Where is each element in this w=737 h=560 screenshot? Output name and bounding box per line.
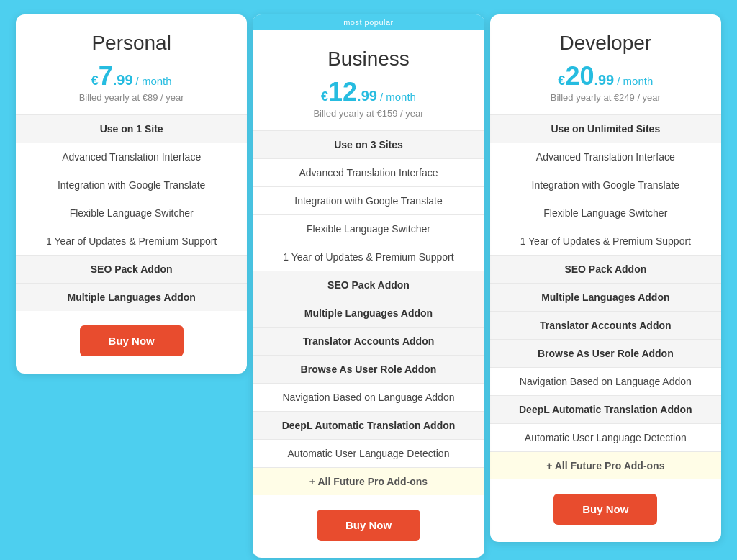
feature-text: Browse As User Role Addon [253, 356, 484, 384]
feature-row: + All Future Pro Add-ons [253, 468, 484, 496]
plan-card-business: most popular Business € 12 .99 / month B… [253, 14, 484, 558]
feature-row: SEO Pack Addon [490, 256, 721, 284]
feature-row: Multiple Languages Addon [16, 284, 247, 312]
price-amount: 7 [99, 63, 113, 89]
price-yearly: Billed yearly at €89 / year [30, 92, 232, 103]
feature-row: Flexible Language Switcher [490, 199, 721, 227]
feature-row: Use on Unlimited Sites [490, 115, 721, 143]
feature-row: Use on 3 Sites [253, 131, 484, 159]
feature-row: Automatic User Language Detection [490, 424, 721, 452]
feature-text: 1 Year of Updates & Premium Support [16, 227, 247, 256]
plan-footer: Buy Now [253, 495, 484, 558]
feature-text: Integration with Google Translate [490, 171, 721, 199]
pricing-container: Personal € 7 .99 / month Billed yearly a… [16, 14, 721, 558]
feature-text: Use on 3 Sites [253, 131, 484, 159]
feature-row: Advanced Translation Interface [490, 143, 721, 171]
feature-row: Browse As User Role Addon [490, 340, 721, 368]
feature-text: Integration with Google Translate [253, 187, 484, 215]
price-currency: € [91, 73, 99, 89]
price-currency: € [558, 73, 565, 89]
plan-card-developer: Developer € 20 .99 / month Billed yearly… [490, 14, 721, 542]
price-amount: 20 [565, 63, 594, 89]
features-list: Use on Unlimited Sites Advanced Translat… [490, 114, 721, 479]
feature-text: Multiple Languages Addon [16, 284, 247, 312]
feature-text: SEO Pack Addon [490, 256, 721, 284]
feature-text: Multiple Languages Addon [253, 299, 484, 328]
feature-row: 1 Year of Updates & Premium Support [16, 227, 247, 256]
feature-text: + All Future Pro Add-ons [253, 468, 484, 496]
feature-row: 1 Year of Updates & Premium Support [490, 227, 721, 256]
feature-text: Navigation Based on Language Addon [253, 384, 484, 412]
feature-text: Navigation Based on Language Addon [490, 368, 721, 396]
feature-row: Integration with Google Translate [16, 171, 247, 199]
feature-row: + All Future Pro Add-ons [490, 452, 721, 480]
feature-row: Use on 1 Site [16, 115, 247, 143]
price-amount: 12 [328, 79, 357, 105]
feature-text: Flexible Language Switcher [490, 199, 721, 227]
feature-row: 1 Year of Updates & Premium Support [253, 243, 484, 271]
feature-text: Advanced Translation Interface [490, 143, 721, 171]
plan-price: € 12 .99 / month [267, 79, 469, 105]
feature-row: Navigation Based on Language Addon [253, 384, 484, 412]
feature-row: DeepL Automatic Translation Addon [253, 412, 484, 440]
feature-text: Translator Accounts Addon [490, 312, 721, 340]
feature-text: SEO Pack Addon [16, 256, 247, 284]
feature-text: Advanced Translation Interface [16, 143, 247, 171]
price-yearly: Billed yearly at €249 / year [505, 92, 707, 103]
plan-name: Business [267, 48, 469, 71]
feature-row: Advanced Translation Interface [253, 159, 484, 187]
price-decimal: .99 [113, 72, 133, 89]
feature-row: Translator Accounts Addon [253, 328, 484, 356]
feature-row: DeepL Automatic Translation Addon [490, 396, 721, 424]
feature-text: Flexible Language Switcher [253, 215, 484, 243]
feature-text: Translator Accounts Addon [253, 328, 484, 356]
feature-row: Browse As User Role Addon [253, 356, 484, 384]
feature-text: Flexible Language Switcher [16, 199, 247, 227]
feature-row: Translator Accounts Addon [490, 312, 721, 340]
feature-text: Automatic User Language Detection [253, 440, 484, 468]
feature-row: Flexible Language Switcher [16, 199, 247, 227]
plan-header: Business € 12 .99 / month Billed yearly … [253, 30, 484, 130]
price-yearly: Billed yearly at €159 / year [267, 108, 469, 119]
plan-price: € 20 .99 / month [505, 63, 707, 89]
feature-text: + All Future Pro Add-ons [490, 452, 721, 480]
price-period: / month [136, 75, 172, 87]
feature-text: Multiple Languages Addon [490, 284, 721, 312]
feature-row: SEO Pack Addon [253, 271, 484, 299]
feature-row: Integration with Google Translate [253, 187, 484, 215]
feature-text: Integration with Google Translate [16, 171, 247, 199]
plan-name: Personal [30, 32, 232, 55]
features-list: Use on 1 Site Advanced Translation Inter… [16, 114, 247, 311]
price-period: / month [380, 91, 416, 103]
plan-card-personal: Personal € 7 .99 / month Billed yearly a… [16, 14, 247, 374]
feature-row: SEO Pack Addon [16, 256, 247, 284]
feature-text: 1 Year of Updates & Premium Support [253, 243, 484, 271]
plan-footer: Buy Now [490, 479, 721, 542]
buy-button[interactable]: Buy Now [317, 510, 420, 541]
feature-row: Flexible Language Switcher [253, 215, 484, 243]
feature-row: Navigation Based on Language Addon [490, 368, 721, 396]
feature-row: Advanced Translation Interface [16, 143, 247, 171]
feature-row: Multiple Languages Addon [253, 299, 484, 328]
plan-header: Personal € 7 .99 / month Billed yearly a… [16, 14, 247, 114]
price-period: / month [617, 75, 653, 87]
feature-row: Integration with Google Translate [490, 171, 721, 199]
feature-text: Use on 1 Site [16, 115, 247, 143]
feature-text: 1 Year of Updates & Premium Support [490, 227, 721, 256]
plan-price: € 7 .99 / month [30, 63, 232, 89]
feature-text: Advanced Translation Interface [253, 159, 484, 187]
feature-text: DeepL Automatic Translation Addon [490, 396, 721, 424]
buy-button[interactable]: Buy Now [80, 325, 184, 356]
price-decimal: .99 [357, 88, 377, 104]
plan-name: Developer [505, 32, 707, 55]
price-currency: € [321, 89, 328, 104]
feature-text: Use on Unlimited Sites [490, 115, 721, 143]
feature-text: Automatic User Language Detection [490, 424, 721, 452]
feature-row: Automatic User Language Detection [253, 440, 484, 468]
feature-text: DeepL Automatic Translation Addon [253, 412, 484, 440]
plan-footer: Buy Now [16, 311, 247, 374]
most-popular-badge: most popular [253, 14, 484, 30]
plan-header: Developer € 20 .99 / month Billed yearly… [490, 14, 721, 114]
feature-row: Multiple Languages Addon [490, 284, 721, 312]
buy-button[interactable]: Buy Now [553, 494, 657, 525]
